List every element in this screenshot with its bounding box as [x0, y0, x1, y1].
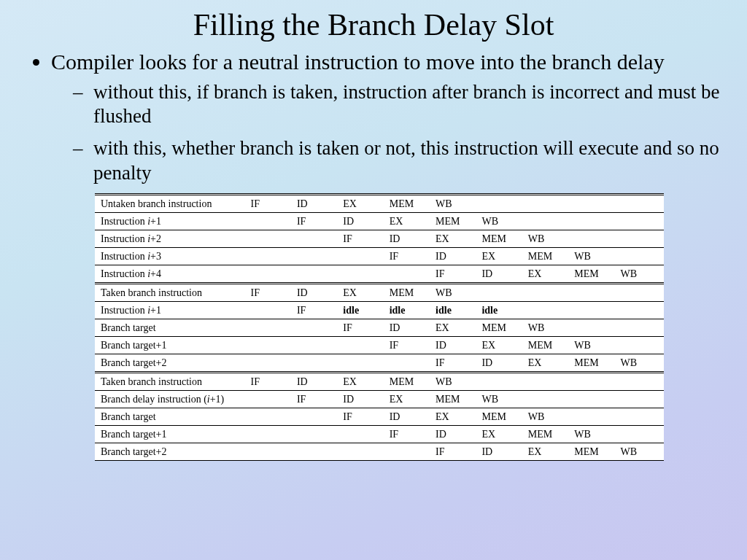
pipeline-tables: Untaken branch instruction IF ID EX MEM … — [95, 193, 664, 461]
row-label: Branch delay instruction (i+1) — [95, 390, 248, 408]
row-label: Untaken branch instruction — [95, 194, 248, 212]
row-label: Branch target — [95, 319, 248, 336]
table-row: Branch target IF ID EX MEM WB — [95, 408, 664, 425]
row-label: Instruction i+3 — [95, 247, 248, 265]
sub-bullet-1: without this, if branch is taken, instru… — [73, 80, 725, 130]
table-row: Taken branch instruction IF ID EX MEM WB — [95, 373, 664, 391]
row-label: Branch target+2 — [95, 443, 248, 460]
table-row: Instruction i+1 IF idle idle idle idle — [95, 301, 664, 319]
bullet-1: Compiler looks for a neutral instruction… — [51, 48, 725, 186]
sub-bullet-2: with this, whether branch is taken or no… — [73, 136, 725, 186]
table-taken-noslot: Taken branch instruction IF ID EX MEM WB… — [95, 284, 664, 373]
table-row: Branch target+2 IF ID EX MEM WB — [95, 443, 664, 460]
table-row: Instruction i+4 IF ID EX MEM WB — [95, 265, 664, 283]
table-row: Branch target+1 IF ID EX MEM WB — [95, 336, 664, 354]
table-row: Taken branch instruction IF ID EX MEM WB — [95, 284, 664, 302]
table-row: Branch target IF ID EX MEM WB — [95, 319, 664, 336]
row-label: Instruction i+1 — [95, 212, 248, 230]
table-row: Instruction i+2 IF ID EX MEM WB — [95, 230, 664, 247]
row-label: Branch target+2 — [95, 354, 248, 372]
table-row: Branch target+1 IF ID EX MEM WB — [95, 425, 664, 443]
table-row: Branch delay instruction (i+1) IF ID EX … — [95, 390, 664, 408]
stage-cell: WB — [433, 194, 479, 212]
slide-title: Filling the Branch Delay Slot — [22, 7, 725, 42]
stage-cell: EX — [340, 194, 386, 212]
table-taken-withslot: Taken branch instruction IF ID EX MEM WB… — [95, 373, 664, 461]
stage-cell: MEM — [387, 194, 433, 212]
row-label: Taken branch instruction — [95, 373, 248, 391]
row-label: Branch target+1 — [95, 425, 248, 443]
row-label: Taken branch instruction — [95, 284, 248, 302]
table-row: Untaken branch instruction IF ID EX MEM … — [95, 194, 664, 212]
bullet-list: Compiler looks for a neutral instruction… — [22, 48, 725, 186]
stage-cell: IF — [248, 194, 294, 212]
table-row: Instruction i+1 IF ID EX MEM WB — [95, 212, 664, 230]
table-row: Branch target+2 IF ID EX MEM WB — [95, 354, 664, 372]
row-label: Instruction i+1 — [95, 301, 248, 319]
row-label: Instruction i+4 — [95, 265, 248, 283]
bullet-1-text: Compiler looks for a neutral instruction… — [51, 50, 665, 74]
row-label: Branch target+1 — [95, 336, 248, 354]
table-row: Instruction i+3 IF ID EX MEM WB — [95, 247, 664, 265]
row-label: Instruction i+2 — [95, 230, 248, 247]
stage-cell: ID — [294, 194, 340, 212]
row-label: Branch target — [95, 408, 248, 425]
table-untaken: Untaken branch instruction IF ID EX MEM … — [95, 193, 664, 284]
